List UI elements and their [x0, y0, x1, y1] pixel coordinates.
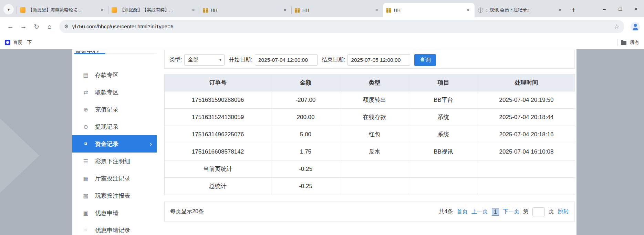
cell-amount: 1.75 [271, 143, 340, 160]
back-icon[interactable]: ← [4, 20, 17, 33]
browser-navbar: ← → ↻ ⌂ ⚙ yl756.com/hhcp/usercenter.html… [0, 17, 644, 36]
tab-close-icon[interactable]: × [374, 7, 380, 13]
background-triangle-decoration [0, 118, 39, 193]
cell-time: 2025-07-04 20:19:50 [478, 91, 575, 109]
browser-tab-5-active[interactable]: HH × [383, 3, 475, 17]
sidebar-item-label: 取款专区 [95, 88, 118, 96]
sidebar-item-withdraw-zone[interactable]: ⇄ 取款专区 [72, 84, 157, 101]
tab-title: HH [302, 8, 371, 13]
player-report-icon: ▧ [82, 193, 90, 199]
sidebar-heading-label: 资金中心 [75, 51, 98, 54]
sidebar-item-cashout-record[interactable]: ⊖ 提现记录 [72, 118, 157, 135]
sidebar-item-deposit-zone[interactable]: ▤ 存款专区 [72, 66, 157, 84]
table-row: 1751631496225076 5.00 红包 系统 2025-07-04 2… [165, 126, 575, 143]
baidu-favicon [5, 40, 10, 45]
maximize-icon[interactable]: □ [612, 0, 628, 17]
tab-title: :::视讯 会员下注纪录::: [486, 7, 554, 13]
browser-tab-strip: ▾ 【新提醒】海燕策略论坛:... × 【新提醒】【实战有奖】... × HH … [0, 0, 644, 17]
column-header-time: 处理时间 [478, 74, 575, 91]
next-page-link[interactable]: 下一页 [503, 208, 519, 215]
cell-amount: -0.25 [271, 160, 340, 178]
search-button[interactable]: 查询 [414, 54, 436, 66]
tab-title: 【新提醒】【实战有奖】... [120, 7, 188, 13]
end-date-label: 结束日期: [322, 56, 345, 63]
cell-amount: -207.00 [271, 91, 340, 109]
jump-page-input[interactable] [532, 207, 545, 216]
browser-tab-1[interactable]: 【新提醒】海燕策略论坛:... × [17, 3, 108, 17]
browser-tab-6[interactable]: :::视讯 会员下注纪录::: × [475, 3, 566, 17]
cell-summary-label: 总统计 [165, 178, 271, 195]
site-settings-icon[interactable]: ⚙ [64, 23, 69, 30]
start-date-input[interactable] [255, 54, 318, 66]
sidebar-heading-row: 资金中心 [72, 49, 157, 54]
funds-record-icon: ¤ [82, 141, 90, 147]
minimize-icon[interactable]: – [596, 0, 612, 17]
prev-page-link[interactable]: 上一页 [471, 208, 488, 215]
forum-favicon [20, 7, 25, 13]
sidebar-item-funds-record-active[interactable]: ¤ 资金记录 › [72, 135, 157, 153]
recharge-record-icon: ⊕ [82, 106, 90, 113]
tab-close-icon[interactable]: × [465, 7, 471, 13]
cell-amount: -0.25 [271, 178, 340, 195]
forward-icon[interactable]: → [17, 20, 30, 33]
hall-bet-icon: ▦ [82, 175, 90, 182]
tab-close-icon[interactable]: × [282, 7, 288, 13]
bookmark-star-icon[interactable]: ☆ [614, 23, 620, 30]
sidebar-item-hall-bet-record[interactable]: ▦ 厅室投注记录 [72, 170, 157, 187]
refresh-icon[interactable]: ↻ [30, 20, 43, 33]
profile-avatar[interactable] [631, 22, 640, 31]
home-icon[interactable]: ⌂ [43, 20, 56, 33]
end-date-input[interactable] [347, 54, 410, 66]
cell-type: 反水 [340, 143, 409, 160]
cell-time: 2025-07-04 20:18:44 [478, 109, 575, 126]
current-page-indicator[interactable]: 1 [492, 208, 499, 216]
sidebar-menu: ▤ 存款专区 ⇄ 取款专区 ⊕ 充值记录 ⊖ 提现记录 ¤ 资金记录 [72, 66, 157, 235]
column-header-amount: 金额 [271, 74, 340, 91]
sidebar-item-promo-apply[interactable]: ▣ 优惠申请 [72, 204, 157, 222]
browser-tab-3[interactable]: HH × [200, 3, 291, 17]
pagination-bar: 每页显示20条 共4条 首页 上一页 1 下一页 第 页 跳转 [164, 202, 575, 222]
cell-item: BB平台 [409, 91, 478, 109]
sidebar-item-player-report[interactable]: ▧ 玩家投注报表 [72, 187, 157, 204]
sidebar-item-lottery-detail[interactable]: ☰ 彩票下注明细 [72, 153, 157, 170]
table-row: 1751616608578142 1.75 反水 BB视讯 2025-07-04… [165, 143, 575, 160]
tab-search-icon[interactable]: ▾ [3, 4, 14, 14]
all-bookmarks-folder-icon[interactable] [621, 41, 626, 45]
start-date-label: 开始日期: [229, 56, 252, 63]
sidebar-item-label: 厅室投注记录 [95, 175, 130, 183]
bookmark-baidu[interactable]: 百度一下 [13, 39, 32, 46]
sidebar-item-label: 优惠申请记录 [95, 226, 130, 234]
tab-title: 【新提醒】海燕策略论坛:... [28, 7, 96, 13]
sidebar-item-label: 充值记录 [95, 106, 118, 114]
tab-close-icon[interactable]: × [99, 7, 105, 13]
tab-close-icon[interactable]: × [557, 7, 563, 13]
sidebar-item-promo-record[interactable]: ≡ 优惠申请记录 [72, 222, 157, 235]
close-icon[interactable]: × [628, 0, 644, 17]
tab-close-icon[interactable]: × [190, 7, 196, 13]
sidebar-item-label: 存款专区 [95, 71, 118, 79]
sidebar-item-label: 优惠申请 [95, 209, 118, 217]
promo-apply-icon: ▣ [82, 210, 90, 216]
url-text[interactable]: yl756.com/hhcp/usercenter.html?iniType=6 [72, 23, 610, 30]
cell-item: 系统 [409, 109, 478, 126]
sidebar-item-label: 资金记录 [95, 140, 118, 148]
coins-favicon [203, 8, 208, 13]
type-select[interactable]: 全部 ▾ [184, 54, 225, 66]
first-page-link[interactable]: 首页 [457, 208, 468, 215]
column-header-order-no: 订单号 [165, 74, 271, 91]
page-viewport: 资金中心 ▤ 存款专区 ⇄ 取款专区 ⊕ 充值记录 ⊖ 提现记录 [0, 49, 644, 235]
browser-tab-4[interactable]: HH × [291, 3, 383, 17]
sidebar-item-label: 提现记录 [95, 123, 118, 131]
sidebar: 资金中心 ▤ 存款专区 ⇄ 取款专区 ⊕ 充值记录 ⊖ 提现记录 [72, 49, 157, 235]
address-bar[interactable]: ⚙ yl756.com/hhcp/usercenter.html?iniType… [59, 20, 624, 33]
jump-suffix-label: 页 [549, 208, 554, 215]
browser-tab-2[interactable]: 【新提醒】【实战有奖】... × [108, 3, 200, 17]
jump-link[interactable]: 跳转 [558, 208, 569, 215]
all-bookmarks-label[interactable]: 所有 [630, 39, 639, 46]
new-tab-icon[interactable]: + [568, 5, 579, 15]
cell-item: 系统 [409, 126, 478, 143]
sidebar-item-recharge-record[interactable]: ⊕ 充值记录 [72, 101, 157, 118]
coins-favicon [386, 8, 391, 13]
sidebar-heading-tab[interactable]: 资金中心 [74, 51, 105, 54]
sidebar-item-label: 玩家投注报表 [95, 192, 130, 200]
